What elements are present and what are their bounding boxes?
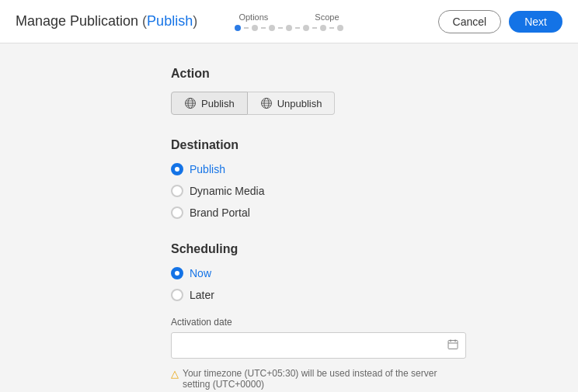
step-dot-2 [252,25,258,31]
destination-section: Destination Publish Dynamic Media Brand … [171,138,578,219]
main-content: Action Publish [0,43,578,390]
activation-date-section: Activation date △ Your timezone (UTC+05:… [171,317,578,390]
unpublish-action-label: Unpublish [277,98,322,109]
destination-dynamic-media-option[interactable]: Dynamic Media [171,185,578,197]
scheduling-now-radio[interactable] [171,267,183,279]
publish-action-label: Publish [201,98,235,109]
step-labels: Options Scope [239,12,339,22]
step-label-scope: Scope [315,12,339,22]
unpublish-action-button[interactable]: Unpublish [248,92,336,115]
activation-date-input[interactable] [171,332,466,359]
scheduling-radio-group: Now Later [171,267,578,301]
destination-section-title: Destination [171,138,578,152]
action-section-title: Action [171,67,578,81]
scheduling-later-option[interactable]: Later [171,289,578,301]
step-dot-1 [235,25,241,31]
step-line-5 [312,27,317,29]
step-line-6 [329,27,334,29]
next-button[interactable]: Next [509,11,562,33]
destination-brand-portal-label: Brand Portal [190,206,250,219]
step-dot-7 [337,25,343,31]
page-title: Manage Publication (Publish) [16,13,197,29]
destination-publish-label: Publish [190,163,225,175]
scheduling-section: Scheduling Now Later [171,242,578,301]
scheduling-later-radio[interactable] [171,289,183,301]
activation-date-label: Activation date [171,317,578,328]
date-input-wrapper [171,332,466,359]
publish-action-button[interactable]: Publish [171,92,248,115]
warning-message: Your timezone (UTC+05:30) will be used i… [183,368,466,390]
warning-icon: △ [171,368,179,380]
cancel-button[interactable]: Cancel [438,10,502,33]
step-line-2 [261,27,266,29]
scheduling-section-title: Scheduling [171,242,578,256]
scheduling-now-option[interactable]: Now [171,267,578,279]
step-line-4 [295,27,300,29]
destination-publish-option[interactable]: Publish [171,163,578,175]
step-label-options: Options [239,12,268,22]
scheduling-now-label: Now [190,267,211,279]
step-dot-6 [320,25,326,31]
header: Manage Publication (Publish) Options Sco… [0,0,578,43]
destination-dynamic-media-label: Dynamic Media [190,185,264,197]
destination-publish-radio[interactable] [171,163,183,175]
destination-dynamic-media-radio[interactable] [171,185,183,197]
calendar-icon [447,339,458,352]
timezone-warning: △ Your timezone (UTC+05:30) will be used… [171,368,466,390]
step-dots [235,25,343,31]
destination-brand-portal-option[interactable]: Brand Portal [171,206,578,219]
scheduling-later-label: Later [190,289,214,301]
step-dot-4 [286,25,292,31]
steps-indicator: Options Scope [235,12,343,31]
globe-icon [184,97,197,109]
action-buttons: Publish Unpublish [171,92,578,115]
step-dot-5 [303,25,309,31]
action-section: Action Publish [171,67,578,115]
step-line-1 [244,27,249,29]
unpublish-globe-icon [260,97,273,109]
step-dot-3 [269,25,275,31]
header-actions: Cancel Next [438,10,562,33]
destination-brand-portal-radio[interactable] [171,206,183,219]
step-line-3 [278,27,283,29]
destination-radio-group: Publish Dynamic Media Brand Portal [171,163,578,219]
svg-rect-10 [448,341,458,349]
